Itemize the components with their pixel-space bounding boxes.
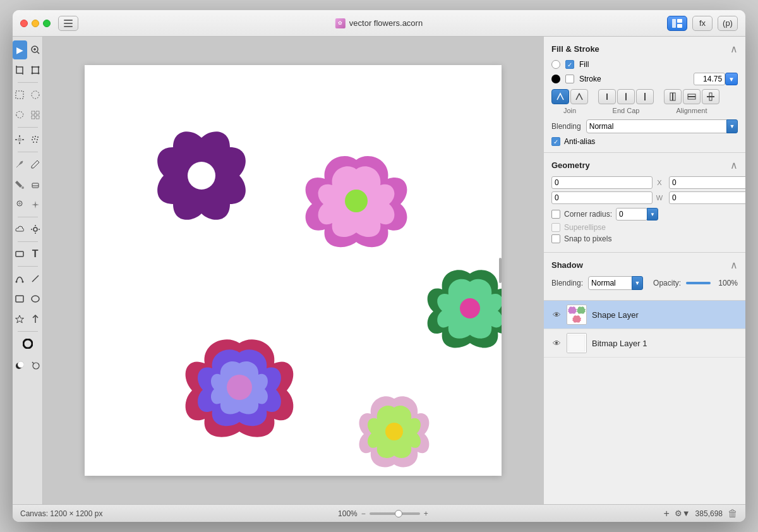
join-btn-0[interactable] xyxy=(551,89,569,104)
ellipse-select-tool[interactable] xyxy=(28,85,43,104)
magic-wand-tool[interactable] xyxy=(13,130,27,149)
corner-radius-input[interactable] xyxy=(616,208,647,221)
layer-item-shape[interactable]: 👁 xyxy=(544,301,745,329)
fx-button[interactable]: fx xyxy=(692,16,713,31)
lasso-tool[interactable] xyxy=(13,106,27,124)
zoom-tool[interactable] xyxy=(28,40,43,59)
join-btn-1[interactable] xyxy=(570,89,588,104)
zoom-slider[interactable] xyxy=(370,512,420,515)
sparkle-tool[interactable] xyxy=(28,195,43,214)
snap-checkbox[interactable] xyxy=(551,234,560,243)
superellipse-checkbox[interactable] xyxy=(551,223,560,232)
paint-bucket-tool[interactable] xyxy=(13,175,27,194)
zoom-in-btn[interactable]: + xyxy=(424,509,428,518)
svg-point-43 xyxy=(33,227,37,231)
maximize-button[interactable] xyxy=(43,20,51,27)
fill-stroke-collapse[interactable]: ∧ xyxy=(730,43,738,55)
antialias-checkbox[interactable]: ✓ xyxy=(551,137,560,146)
w-input[interactable] xyxy=(551,191,653,204)
pattern-select-tool[interactable] xyxy=(28,106,43,124)
join-label: Join xyxy=(563,107,576,114)
brightness-tool[interactable] xyxy=(28,220,43,239)
stroke-value-input[interactable] xyxy=(694,73,725,85)
opacity-label: Opacity: xyxy=(653,279,681,287)
layer-item-bitmap[interactable]: 👁 Bitmap Layer 1 xyxy=(544,329,745,358)
svg-point-53 xyxy=(32,296,39,302)
fill-checkbox[interactable]: ✓ xyxy=(565,60,574,69)
align-btn-1[interactable] xyxy=(683,89,701,104)
canvas-area[interactable] xyxy=(43,37,543,504)
layer-eye-shape[interactable]: 👁 xyxy=(551,310,562,320)
color-foreground[interactable] xyxy=(13,356,27,375)
corner-radius-dropdown[interactable]: ▼ xyxy=(647,208,658,221)
corner-radius-checkbox[interactable] xyxy=(551,210,560,219)
pen-tool[interactable] xyxy=(13,155,27,174)
stroke-dropdown-btn[interactable]: ▼ xyxy=(725,73,738,85)
stroke-row: Stroke ▼ xyxy=(551,73,738,85)
layer-thumb-shape xyxy=(567,305,587,325)
add-layer-btn[interactable]: + xyxy=(663,508,669,519)
delete-layer-btn[interactable]: 🗑 xyxy=(728,508,738,519)
properties-button[interactable] xyxy=(667,16,687,31)
opacity-slider[interactable] xyxy=(686,282,711,284)
bezier-tool[interactable] xyxy=(13,269,27,288)
eraser-tool[interactable] xyxy=(28,175,43,194)
select-tool[interactable]: ▶ xyxy=(13,40,27,59)
fill-stroke-header: Fill & Stroke ∧ xyxy=(551,43,738,55)
svg-point-32 xyxy=(32,139,33,140)
main-area: ▶ xyxy=(13,37,745,504)
stroke-color-swatch[interactable] xyxy=(551,75,560,83)
shadow-blending-select[interactable]: Normal xyxy=(588,276,632,290)
endcap-btn-0[interactable] xyxy=(598,89,616,104)
svg-rect-18 xyxy=(16,91,23,99)
x-input[interactable] xyxy=(551,176,653,189)
minimize-button[interactable] xyxy=(32,20,39,27)
fill-radio[interactable] xyxy=(551,60,560,69)
align-btn-0[interactable] xyxy=(664,89,682,104)
svg-point-34 xyxy=(37,139,38,140)
svg-point-30 xyxy=(35,136,36,137)
svg-rect-4 xyxy=(677,19,682,23)
svg-rect-3 xyxy=(672,19,676,28)
shadow-collapse[interactable]: ∧ xyxy=(730,259,738,271)
cloud-tool[interactable] xyxy=(13,220,27,239)
blending-arrow-btn[interactable]: ▼ xyxy=(726,119,738,133)
settings-btn[interactable]: ⚙▼ xyxy=(675,509,690,518)
oval-tool[interactable] xyxy=(28,289,43,308)
spray-tool[interactable] xyxy=(28,130,43,149)
blending-select[interactable]: Normal xyxy=(586,119,727,133)
transform-tool[interactable] xyxy=(28,61,43,80)
svg-point-50 xyxy=(22,281,24,283)
file-icon: ✿ xyxy=(335,18,346,28)
rect-tool[interactable] xyxy=(13,289,27,308)
eyedropper-tool[interactable] xyxy=(28,356,43,375)
layer-eye-bitmap[interactable]: 👁 xyxy=(551,338,562,348)
shadow-blending-arrow[interactable]: ▼ xyxy=(632,276,643,290)
star-tool[interactable] xyxy=(13,310,27,329)
geometry-collapse[interactable]: ∧ xyxy=(730,159,738,171)
h-input[interactable] xyxy=(669,191,745,204)
canvas[interactable] xyxy=(85,65,502,476)
text-tool[interactable]: T xyxy=(28,245,43,263)
align-btn-2[interactable] xyxy=(702,89,719,104)
w-label: W xyxy=(655,194,664,202)
y-input[interactable] xyxy=(669,176,745,189)
svg-point-14 xyxy=(31,66,33,68)
donut-tool[interactable] xyxy=(16,334,39,353)
svg-point-28 xyxy=(18,138,21,142)
crop-tool[interactable] xyxy=(13,61,27,80)
sidebar-toggle-button[interactable] xyxy=(58,16,78,31)
line-tool[interactable] xyxy=(28,269,43,288)
stamp-tool[interactable] xyxy=(13,195,27,214)
pencil-tool[interactable] xyxy=(28,155,43,174)
endcap-btn-1[interactable] xyxy=(617,89,635,104)
endcap-btn-2[interactable] xyxy=(636,89,654,104)
rect-shape-tool[interactable] xyxy=(13,245,27,263)
arrow-tool[interactable] xyxy=(28,310,43,329)
svg-rect-21 xyxy=(36,111,39,114)
close-button[interactable] xyxy=(20,20,28,27)
zoom-out-btn[interactable]: − xyxy=(361,509,366,518)
script-button[interactable]: (p) xyxy=(718,16,738,31)
stroke-checkbox[interactable] xyxy=(565,75,574,83)
rect-select-tool[interactable] xyxy=(13,85,27,104)
